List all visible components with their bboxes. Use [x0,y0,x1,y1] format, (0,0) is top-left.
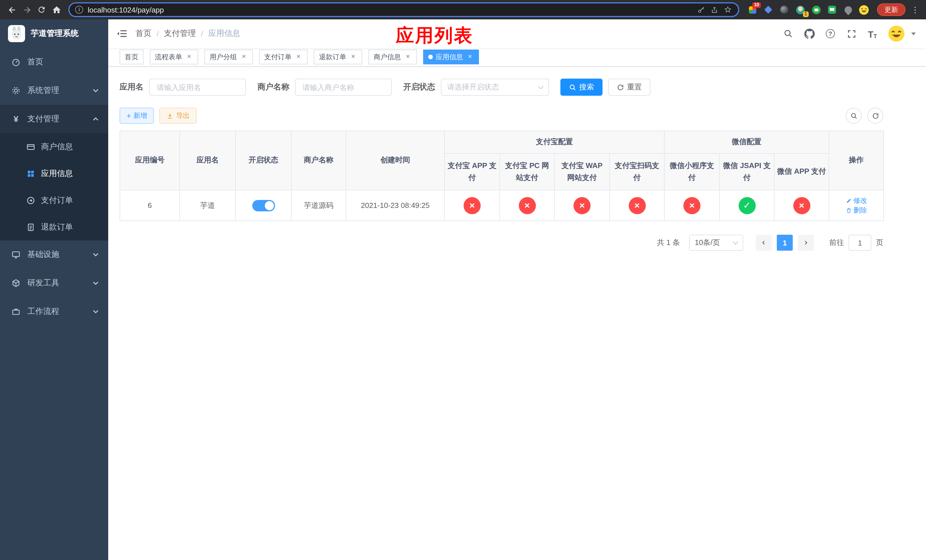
bookmark-star-icon[interactable] [723,5,732,14]
app-name-label: 应用名 [120,82,144,92]
top-navbar: 首页 / 支付管理 / 应用信息 应用列表 [108,20,926,48]
sidebar-item-pay-order[interactable]: 支付订单 [0,187,108,213]
sidebar-item-dev-tools[interactable]: 研发工具 [0,269,108,297]
close-icon[interactable]: × [349,53,357,61]
extension-green-square-icon[interactable] [827,5,837,15]
chevron-down-icon [91,278,100,288]
reset-button[interactable]: 重置 [608,79,651,96]
arrow-right-icon [22,5,32,15]
fullscreen-icon-button[interactable] [846,28,857,39]
table-toolbar: + 新增 导出 [120,107,883,124]
status-select[interactable]: 请选择开启状态 [441,79,549,96]
sidebar-item-merchant-info[interactable]: 商户信息 [0,133,108,160]
tab-merchant-info[interactable]: 商户信息× [368,50,417,64]
goto-page-input[interactable] [849,235,872,251]
page-1-button[interactable]: 1 [777,235,793,251]
extension-wechat-icon[interactable] [811,5,821,15]
export-button[interactable]: 导出 [159,107,197,124]
close-icon[interactable]: × [294,53,303,61]
delete-link[interactable]: 删除 [846,205,867,215]
back-button[interactable] [5,2,20,17]
extension-dark-circle-icon[interactable] [779,5,789,15]
close-icon[interactable]: × [466,53,474,61]
sidebar-item-infrastructure[interactable]: 基础设施 [0,241,108,269]
url-text[interactable]: localhost:1024/pay/app [88,5,164,14]
cell-created: 2021-10-23 08:49:25 [346,190,445,221]
profile-avatar-icon[interactable] [859,5,869,15]
extension-gem-icon[interactable] [763,5,773,15]
forward-button[interactable] [20,2,34,17]
next-page-button[interactable] [798,235,814,251]
breadcrumb-item-home[interactable]: 首页 [136,29,151,39]
toggle-search-button[interactable] [846,107,862,124]
sidebar-item-system[interactable]: 系统管理 [0,76,108,105]
tab-app-info[interactable]: 应用信息× [423,50,479,64]
sidebar-item-payment[interactable]: ¥ 支付管理 [0,105,108,133]
chevron-left-icon [761,240,767,245]
sidebar-item-refund-order[interactable]: 退款订单 [0,213,108,241]
status-toggle[interactable] [252,200,275,211]
tab-label: 支付订单 [264,52,292,62]
help-icon-button[interactable] [825,28,836,39]
add-button[interactable]: + 新增 [120,107,154,124]
close-icon[interactable]: × [185,53,193,61]
sidebar-item-label: 基础设施 [27,250,84,260]
tab-home[interactable]: 首页 [120,50,144,64]
tab-label: 商户信息 [374,52,401,62]
page-size-select[interactable]: 10条/页 [689,235,743,251]
search-icon-button[interactable] [782,28,794,39]
close-icon[interactable]: × [404,53,412,61]
cell-status [236,190,291,221]
browser-menu-kebab-icon[interactable]: ⋮ [909,5,921,14]
column-group-alipay: 支付宝配置 [445,131,664,153]
home-button[interactable] [49,2,64,17]
chevron-down-icon [91,250,100,259]
sidebar-item-label: 应用信息 [41,168,100,179]
export-button-label: 导出 [176,111,190,121]
share-icon[interactable] [710,5,719,14]
edit-link[interactable]: 修改 [846,196,867,205]
sidebar-fold-button[interactable] [108,28,136,39]
hamburger-fold-icon [116,28,127,39]
sidebar-item-app-info[interactable]: 应用信息 [0,160,108,187]
status-fail-icon: × [793,197,810,214]
reload-button[interactable] [34,2,49,17]
fullscreen-icon [847,29,856,38]
tab-refund-order[interactable]: 退款订单× [314,50,362,64]
yen-icon: ¥ [11,115,21,124]
sidebar-item-home[interactable]: 首页 [0,48,108,76]
app-logo-row[interactable]: 芋道管理系统 [0,20,108,48]
browser-update-button[interactable]: 更新 [877,3,905,16]
prev-page-button[interactable] [756,235,772,251]
filter-form: 应用名 商户名称 开启状态 请选择开启状态 [120,79,915,96]
sidebar-item-workflow[interactable]: 工作流程 [0,297,108,326]
pagination: 共 1 条 10条/页 1 前往 页 [120,235,883,251]
tab-process-form[interactable]: 流程表单× [150,50,198,64]
filter-app-name: 应用名 [120,79,246,96]
refresh-table-button[interactable] [867,107,883,124]
extension-colorful-icon[interactable]: 10 [747,5,757,15]
merchant-name-input[interactable] [295,79,392,96]
info-icon[interactable]: i [75,6,83,14]
column-header-app-id: 应用编号 [120,131,180,190]
url-bar[interactable]: i localhost:1024/pay/app [68,2,739,17]
password-key-icon[interactable] [697,5,706,14]
search-button[interactable]: 搜索 [560,79,602,96]
font-size-icon-button[interactable] [867,28,878,39]
chevron-down-icon[interactable] [911,32,916,35]
extension-pin-icon[interactable] [843,5,853,15]
trash-icon [846,207,852,213]
user-avatar[interactable] [888,25,905,42]
github-icon-button[interactable] [803,28,815,39]
tab-label: 用户分组 [210,52,237,62]
status-fail-icon: × [683,197,701,214]
page-content: 应用名 商户名称 开启状态 请选择开启状态 [108,67,926,560]
column-header-alipay-pc: 支付宝 PC 网站支付 [500,153,554,190]
breadcrumb-item-payment[interactable]: 支付管理 [164,29,196,39]
cell-alipay-pc: × [500,190,554,221]
app-name-input[interactable] [149,79,246,96]
tab-pay-order[interactable]: 支付订单× [259,50,307,64]
extension-avatar-icon[interactable]: 1 [795,5,805,15]
tab-user-group[interactable]: 用户分组× [204,50,253,64]
close-icon[interactable]: × [240,53,248,61]
